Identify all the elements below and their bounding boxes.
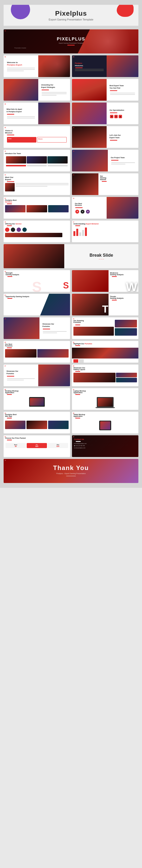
slide-9-title: Let's Join OurExpert Team [108, 133, 137, 139]
slide-6[interactable]: 06 What Sets Us Apartin Pixelplus Export [4, 102, 70, 124]
slide-27-title: Showcase OurPortofolo [5, 369, 37, 375]
slide-23[interactable]: 23 Showcase OurPortofolo [4, 317, 70, 339]
slide-25[interactable]: 25 Our BestPortofolo [4, 341, 70, 363]
slide-14[interactable]: 14 Pixelplus BestServices [4, 197, 70, 219]
slide-2[interactable]: 02 Welcome toPixelplus Export [4, 55, 70, 77]
app-subtitle: Export Gaming Presentation Template [8, 18, 134, 21]
slide-20-title: WeaknessGaming Analysis [110, 272, 137, 275]
slide-11-title: Our Project Team [109, 155, 137, 159]
slide-31-title: Pixelplus BestMac App [5, 414, 69, 417]
slide-11[interactable]: 11 Our Project Team [72, 150, 138, 172]
slide-17[interactable]: 17 Understanding Esport Behavior [72, 221, 138, 242]
slides-grid: 01 PIXELPLUS Export Gaming Presentation … [4, 29, 138, 483]
slide-5-title: Best Esport TeamYou Can Find [108, 83, 137, 89]
slide-8[interactable]: 08 Vision &Mission Vision — Mission — [4, 126, 70, 148]
w-letter: W [126, 281, 137, 292]
slide-15[interactable]: 15 Our BestServices ★ ♦ ◈ [72, 197, 138, 219]
slide-25-title: Our BestPortofolo [5, 343, 69, 347]
slide-4-title: Unraveling OurEsport Strategies [40, 82, 69, 89]
slide-30[interactable]: 30 Laptop MockupApplication [72, 388, 138, 410]
slide-29[interactable]: 29 Desktop MockupApplication [4, 388, 70, 410]
slide-13[interactable]: 13 OurGamingAwards [72, 173, 138, 195]
slide-22[interactable]: 22 T ThreatsGaming Analysis [72, 294, 138, 315]
slide-4[interactable]: 04 Unraveling OurEsport Strategies [4, 79, 70, 101]
slide-33-title: Choose Our Price Packed [5, 437, 69, 439]
slide-35[interactable]: 35 Thank You Pixelplus - Export Gaming P… [4, 459, 138, 483]
slide-12-title: Meet OurExpert [5, 176, 69, 181]
slide-16[interactable]: 16 Offering Our Service [4, 221, 70, 242]
slide-6-title: What Sets Us Apartin Pixelplus Export [5, 107, 37, 113]
slide-3[interactable]: 03 Pixelplus Histories [72, 55, 138, 77]
slide-9[interactable]: 09 Let's Join OurExpert Team [72, 126, 138, 148]
slide-30-title: Laptop MockupApplication [73, 390, 137, 394]
slide-10-title: Introduce Our Team [5, 153, 69, 154]
slide-27[interactable]: 27 Showcase OurPortofolo [4, 365, 70, 386]
slide-32[interactable]: 32 Tablet MockupApplication [72, 412, 138, 433]
slide-34-title: Contact Us [74, 438, 137, 440]
slide-18[interactable]: 18 Break Slide — — — [4, 244, 138, 268]
slide-20[interactable]: 20 W WeaknessGaming Analysis [72, 270, 138, 292]
slide-7-title: Our Specialization [108, 107, 137, 112]
slide-24-title: Our AmazingPortofolo [73, 320, 114, 323]
slide-3-sub: Histories [73, 65, 105, 67]
slide-31[interactable]: 31 Pixelplus BestMac App [4, 412, 70, 433]
slide-19[interactable]: 19 StrenghtGaming Analysis S S [4, 270, 70, 292]
slide-34[interactable]: 34 Contact Us ✉ email@pixelplus.com ☎ +0… [72, 435, 138, 457]
slide-23-title: Showcase OurPortofolo [41, 321, 69, 328]
t-letter: T [102, 304, 108, 314]
red-accent-bar [67, 45, 75, 45]
slide-22-title: ThreatsGaming Analysis [110, 296, 137, 299]
slide-19-title: StrenghtGaming Analysis [5, 272, 68, 275]
slide-10[interactable]: 10 Introduce Our Team [4, 150, 70, 172]
slide-2-title: Welcome toPixelplus Export [5, 59, 37, 67]
slide-5[interactable]: 05 Best Esport TeamYou Can Find [72, 79, 138, 101]
slide-14-title: Pixelplus BestServices [5, 199, 69, 203]
header: Pixelplus Export Gaming Presentation Tem… [4, 5, 138, 26]
slide-28[interactable]: 28 Showcase OurGallery Layout [72, 365, 138, 386]
page-wrapper: Pixelplus Export Gaming Presentation Tem… [0, 0, 142, 488]
slide-28-title: Showcase OurGallery Layout [73, 367, 137, 370]
app-title: Pixelplus [8, 10, 134, 17]
slide-1[interactable]: 01 PIXELPLUS Export Gaming Presentation … [4, 29, 138, 54]
slide-1-small: Presentation template [14, 47, 26, 49]
thankyou-title: Thank You [53, 464, 89, 472]
slide-26[interactable]: 26 Highlight Our Portofolo [72, 341, 138, 363]
slide-17-title: Understanding Esport Behavior [73, 223, 137, 225]
slide-1-title: PIXELPLUS [57, 37, 85, 42]
hero-image [78, 29, 138, 54]
slide-8-title: Vision &Mission [5, 129, 69, 134]
slide-3-title: Pixelplus [73, 61, 105, 65]
slide-26-title: Highlight Our Portofolo [73, 343, 137, 345]
slide-7[interactable]: 07 Our Specialization ★ ♦ ◈ [72, 102, 138, 124]
slide-24[interactable]: 24 Our AmazingPortofolo [72, 317, 138, 339]
slide-32-title: Tablet MockupApplication [73, 414, 137, 417]
slide-13-title: OurGamingAwards [100, 175, 137, 180]
slide-12[interactable]: 12 Meet OurExpert [4, 173, 70, 195]
slide-33[interactable]: 33 Choose Our Price Packed Basic $9 Pro … [4, 435, 70, 457]
slide-1-subtitle: Export Gaming Presentation Template [57, 42, 85, 44]
slide-16-title: Offering Our Service [5, 223, 69, 225]
slide-21[interactable]: 21 Opportunity Gaming Analysis O [4, 294, 70, 315]
slide-29-title: Desktop MockupApplication [5, 390, 69, 394]
break-title: Break Slide [90, 253, 113, 258]
slide-15-title: Our BestServices [73, 201, 105, 207]
s-letter: S [63, 280, 69, 290]
